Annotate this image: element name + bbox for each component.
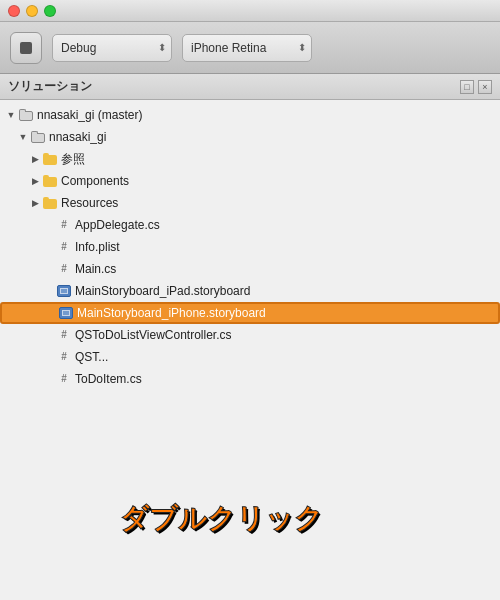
- solution-folder-icon: [18, 107, 34, 123]
- item-label: MainStoryboard_iPad.storyboard: [75, 284, 250, 298]
- scheme-dropdown-wrapper[interactable]: Debug Release ⬍: [52, 34, 172, 62]
- item-label: ToDoItem.cs: [75, 372, 142, 386]
- file-icon: #: [56, 349, 72, 365]
- scheme-select[interactable]: Debug Release: [52, 34, 172, 62]
- folder-icon: [42, 195, 58, 211]
- list-item[interactable]: ▼ nnasaki_gi (master): [0, 104, 500, 126]
- file-icon: #: [56, 371, 72, 387]
- item-label: Resources: [61, 196, 118, 210]
- maximize-button[interactable]: [44, 5, 56, 17]
- panel-header: ソリューション □ ×: [0, 74, 500, 100]
- close-button[interactable]: [8, 5, 20, 17]
- titlebar: [0, 0, 500, 22]
- list-item[interactable]: MainStoryboard_iPad.storyboard: [0, 280, 500, 302]
- list-item[interactable]: # Main.cs: [0, 258, 500, 280]
- folder-icon: [42, 151, 58, 167]
- toggle-arrow-icon: ▶: [28, 176, 42, 186]
- panel-title: ソリューション: [8, 78, 92, 95]
- storyboard-icon: [56, 283, 72, 299]
- item-label: MainStoryboard_iPhone.storyboard: [77, 306, 266, 320]
- device-dropdown-wrapper[interactable]: iPhone Retina iPhone iPad iPad Retina ⬍: [182, 34, 312, 62]
- list-item[interactable]: ▶ Components: [0, 170, 500, 192]
- minimize-button[interactable]: [26, 5, 38, 17]
- list-item[interactable]: # ToDoItem.cs: [0, 368, 500, 390]
- list-item[interactable]: # QST...: [0, 346, 500, 368]
- item-label: 参照: [61, 151, 85, 168]
- item-label: QST...: [75, 350, 108, 364]
- list-item[interactable]: # AppDelegate.cs: [0, 214, 500, 236]
- list-item[interactable]: ▶ 参照: [0, 148, 500, 170]
- item-label: AppDelegate.cs: [75, 218, 160, 232]
- folder-icon: [42, 173, 58, 189]
- toggle-arrow-icon: ▶: [28, 154, 42, 164]
- file-icon: #: [56, 217, 72, 233]
- list-item[interactable]: MainStoryboard_iPhone.storyboard: [0, 302, 500, 324]
- item-label: nnasaki_gi (master): [37, 108, 142, 122]
- toolbar: Debug Release ⬍ iPhone Retina iPhone iPa…: [0, 22, 500, 74]
- stop-button[interactable]: [10, 32, 42, 64]
- panel-controls: □ ×: [460, 80, 492, 94]
- device-select[interactable]: iPhone Retina iPhone iPad iPad Retina: [182, 34, 312, 62]
- project-folder-icon: [30, 129, 46, 145]
- toggle-arrow-icon: ▶: [28, 198, 42, 208]
- item-label: QSToDoListViewController.cs: [75, 328, 232, 342]
- item-label: Main.cs: [75, 262, 116, 276]
- storyboard-icon: [58, 305, 74, 321]
- file-icon: #: [56, 239, 72, 255]
- toggle-arrow-icon: ▼: [16, 132, 30, 142]
- tree-container: ▼ nnasaki_gi (master) ▼ nnasaki_gi: [0, 100, 500, 600]
- item-label: nnasaki_gi: [49, 130, 106, 144]
- item-label: Info.plist: [75, 240, 120, 254]
- list-item[interactable]: # Info.plist: [0, 236, 500, 258]
- item-label: Components: [61, 174, 129, 188]
- stop-icon: [20, 42, 32, 54]
- file-icon: #: [56, 327, 72, 343]
- panel-expand-button[interactable]: □: [460, 80, 474, 94]
- solution-panel: ソリューション □ × ▼ nnasaki_gi (master) ▼: [0, 74, 500, 600]
- panel-close-button[interactable]: ×: [478, 80, 492, 94]
- list-item[interactable]: # QSToDoListViewController.cs: [0, 324, 500, 346]
- file-icon: #: [56, 261, 72, 277]
- toggle-arrow-icon: ▼: [4, 110, 18, 120]
- list-item[interactable]: ▼ nnasaki_gi: [0, 126, 500, 148]
- list-item[interactable]: ▶ Resources: [0, 192, 500, 214]
